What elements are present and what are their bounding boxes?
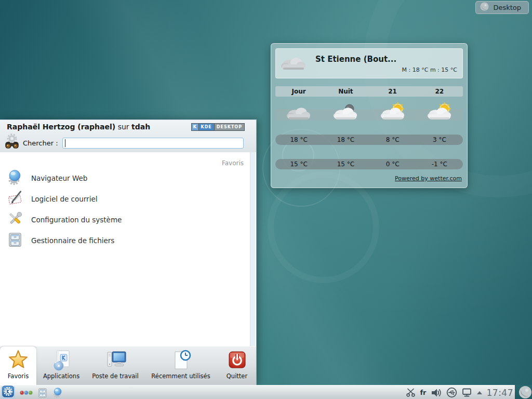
badge-desktop-label: DESKTOP <box>215 124 244 130</box>
web-browser-icon[interactable] <box>52 387 63 398</box>
day-temp: 18 °C <box>275 136 322 143</box>
weather-widget: St Etienne (Bout... M : 18 °C m : 15 °C … <box>271 43 468 188</box>
weather-condition-icons <box>275 100 463 125</box>
badge-kde-label: KDE <box>199 124 215 130</box>
cloudy-icon <box>275 101 322 123</box>
search-label: Chercher : <box>23 139 58 147</box>
file-manager-icon[interactable] <box>37 388 48 398</box>
kickoff-menu: Raphaël Hertzog (raphael) sur tdah K KDE… <box>0 119 257 385</box>
favorite-item-web-browser[interactable]: Navigateur Web <box>7 168 246 189</box>
network-monitor-icon[interactable] <box>461 388 472 397</box>
favorite-item-email[interactable]: Logiciel de courriel <box>7 189 246 209</box>
sun-cloud-icon <box>416 101 463 123</box>
favorite-item-system-settings[interactable]: Configuration du système <box>7 209 246 230</box>
usb-device-icon[interactable] <box>446 387 457 398</box>
night-temp: 15 °C <box>322 161 369 168</box>
taskbar-panel: fr <box>0 385 532 399</box>
kickoff-favorites-view: Favoris Navigateur Web <box>0 152 256 346</box>
favorite-item-file-manager[interactable]: Gestionnaire de fichiers <box>7 230 246 251</box>
day-temp: 3 °C <box>416 136 463 143</box>
weather-night-temps-row: 15 °C 15 °C 0 °C -1 °C <box>275 159 463 169</box>
weather-day-temps-row: 18 °C 18 °C 8 °C 3 °C <box>275 135 463 145</box>
kde-menu-button[interactable] <box>1 386 15 399</box>
sun-cloud-icon <box>369 101 416 123</box>
text-caret <box>65 139 65 147</box>
kde-menu-icon <box>2 385 14 399</box>
cloudy-night-icon <box>322 101 369 123</box>
day-temp: 8 °C <box>369 136 416 143</box>
file-manager-icon <box>7 232 23 249</box>
applications-box-icon <box>50 349 73 371</box>
tab-label: Récemment utilisés <box>151 373 210 380</box>
day-temp: 18 °C <box>322 136 369 143</box>
web-browser-icon <box>7 169 23 187</box>
cloud-icon <box>279 52 308 75</box>
tab-label: Applications <box>43 373 79 380</box>
digital-clock[interactable]: 17:47 <box>487 388 514 398</box>
favorite-item-label: Logiciel de courriel <box>31 195 97 203</box>
weather-col-header: Nuit <box>322 88 369 95</box>
colored-dots-icon[interactable] <box>20 390 33 396</box>
background-swirl <box>268 171 379 283</box>
user-connector: sur <box>118 123 129 131</box>
computer-icon <box>104 349 127 371</box>
tab-favoris[interactable]: Favoris <box>0 347 36 385</box>
favorite-item-label: Navigateur Web <box>31 174 87 182</box>
weather-location-title: St Etienne (Bout... <box>315 55 457 64</box>
expand-tray-icon[interactable] <box>476 391 483 395</box>
tab-label: Favoris <box>8 373 29 380</box>
tab-poste-de-travail[interactable]: Poste de travail <box>86 347 144 385</box>
night-temp: -1 °C <box>416 161 463 168</box>
volume-icon[interactable] <box>431 388 442 397</box>
tab-label: Quitter <box>227 373 247 380</box>
kickoff-header: Raphaël Hertzog (raphael) sur tdah K KDE… <box>0 120 256 152</box>
scissors-icon[interactable] <box>406 388 416 397</box>
weather-column-headers: Jour Nuit 21 22 <box>275 86 463 97</box>
recent-documents-icon <box>169 349 192 371</box>
search-input[interactable] <box>62 138 244 149</box>
user-name: Raphaël Hertzog (raphael) <box>7 123 115 131</box>
panel-cashew-corner <box>515 385 532 399</box>
tab-applications[interactable]: Applications <box>36 347 86 385</box>
night-temp: 0 °C <box>369 161 416 168</box>
tab-quitter[interactable]: Quitter <box>217 347 257 385</box>
search-binoculars-icon <box>4 134 20 152</box>
plasma-cashew-icon <box>480 2 489 13</box>
host-name: tdah <box>131 123 150 131</box>
kickoff-tab-bar: Favoris Applications <box>0 346 256 385</box>
desktop-toolbox-button[interactable]: Desktop <box>475 1 529 14</box>
weather-credit-link[interactable]: Powered by wetter.com <box>395 175 462 182</box>
star-icon <box>7 349 30 371</box>
kde-desktop-badge: K KDE DESKTOP <box>191 123 245 131</box>
weather-col-header: Jour <box>275 88 322 95</box>
tab-recemment-utilises[interactable]: Récemment utilisés <box>144 347 217 385</box>
weather-header: St Etienne (Bout... M : 18 °C m : 15 °C <box>275 48 463 78</box>
favorite-item-label: Gestionnaire de fichiers <box>31 236 114 245</box>
kde-logo-icon: K <box>192 124 199 130</box>
email-icon <box>7 190 23 208</box>
weather-col-header: 22 <box>416 88 463 95</box>
tab-label: Poste de travail <box>92 373 138 380</box>
system-settings-icon <box>7 211 23 229</box>
favorite-item-label: Configuration du système <box>31 216 122 224</box>
panel-cashew-icon[interactable] <box>518 385 532 399</box>
weather-max-min-temps: M : 18 °C m : 15 °C <box>315 66 457 73</box>
power-icon <box>225 349 248 371</box>
night-temp: 15 °C <box>275 161 322 168</box>
scrollbar-track[interactable] <box>250 152 255 346</box>
weather-col-header: 21 <box>369 88 416 95</box>
keyboard-layout-indicator[interactable]: fr <box>420 389 426 396</box>
favorites-section-label: Favoris <box>222 159 244 167</box>
desktop-toolbox-label: Desktop <box>493 4 521 11</box>
kickoff-user-line: Raphaël Hertzog (raphael) sur tdah <box>7 123 191 131</box>
